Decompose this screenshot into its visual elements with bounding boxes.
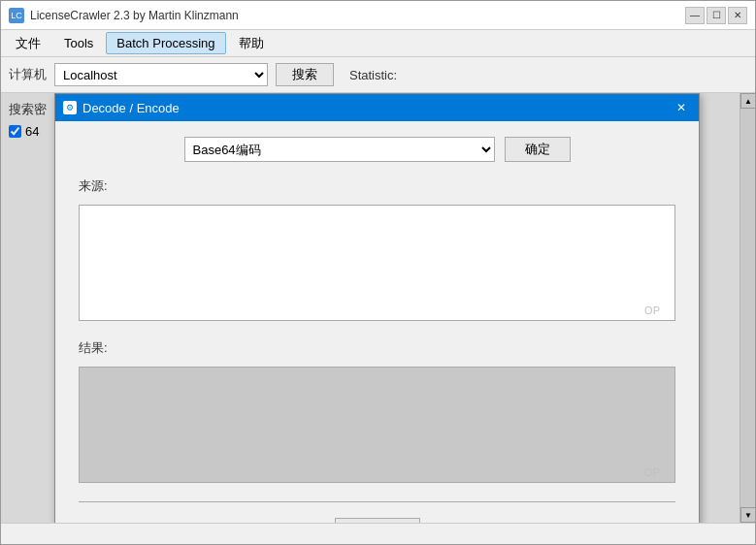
ok-button[interactable]: 确定 xyxy=(505,137,571,162)
window-title: LicenseCrawler 2.3 by Martin Klinzmann xyxy=(30,9,239,22)
dialog-close-button[interactable]: ✕ xyxy=(672,99,691,116)
source-textarea[interactable] xyxy=(79,205,675,321)
statistic-label: Statistic: xyxy=(349,68,397,82)
dialog-divider xyxy=(79,501,675,502)
minimize-button[interactable]: — xyxy=(685,7,705,24)
result-textarea xyxy=(79,367,675,483)
title-bar-controls: — ☐ ✕ xyxy=(685,7,747,24)
computer-select[interactable]: Localhost xyxy=(54,63,268,86)
decode-encode-dialog: ⚙ Decode / Encode ✕ Base64编码 Base64解码 UR… xyxy=(54,93,700,523)
maximize-button[interactable]: ☐ xyxy=(707,7,726,24)
dialog-bottom-row: 关闭 xyxy=(79,518,675,523)
title-bar: LC LicenseCrawler 2.3 by Martin Klinzman… xyxy=(1,1,755,30)
dialog-title-bar: ⚙ Decode / Encode ✕ xyxy=(55,94,699,121)
menu-item-file[interactable]: 文件 xyxy=(5,31,51,56)
source-label: 来源: xyxy=(79,177,675,195)
app-icon: LC xyxy=(9,8,24,23)
toolbar: 计算机 Localhost 搜索 Statistic: xyxy=(1,57,755,93)
menu-item-batch[interactable]: Batch Processing xyxy=(106,32,225,54)
title-bar-left: LC LicenseCrawler 2.3 by Martin Klinzman… xyxy=(9,8,239,23)
computer-label: 计算机 xyxy=(9,66,47,83)
menu-item-help[interactable]: 帮助 xyxy=(228,31,275,56)
status-bar xyxy=(1,523,755,544)
window-close-button[interactable]: ✕ xyxy=(728,7,747,24)
main-window: LC LicenseCrawler 2.3 by Martin Klinzman… xyxy=(0,0,756,545)
dialog-icon: ⚙ xyxy=(63,101,77,114)
result-label: 结果: xyxy=(79,339,675,357)
encode-mode-select[interactable]: Base64编码 Base64解码 URL编码 URL解码 MD5 SHA1 xyxy=(184,137,495,162)
dialog-title-text: Decode / Encode xyxy=(82,101,180,115)
content-area: 搜索密 64 Licen Regis Your Pleas ▲ ▼ xyxy=(1,93,755,523)
source-area-container: OP xyxy=(79,205,675,324)
dialog-top-row: Base64编码 Base64解码 URL编码 URL解码 MD5 SHA1 确… xyxy=(79,137,675,162)
close-action-button[interactable]: 关闭 xyxy=(335,518,420,523)
menu-bar: 文件 Tools Batch Processing 帮助 xyxy=(1,30,755,57)
search-button[interactable]: 搜索 xyxy=(276,63,334,86)
modal-overlay: ⚙ Decode / Encode ✕ Base64编码 Base64解码 UR… xyxy=(1,93,755,523)
dialog-body: Base64编码 Base64解码 URL编码 URL解码 MD5 SHA1 确… xyxy=(55,121,699,523)
dialog-title-left: ⚙ Decode / Encode xyxy=(63,101,180,115)
result-area-container: OP xyxy=(79,367,675,486)
menu-item-tools[interactable]: Tools xyxy=(53,32,104,54)
